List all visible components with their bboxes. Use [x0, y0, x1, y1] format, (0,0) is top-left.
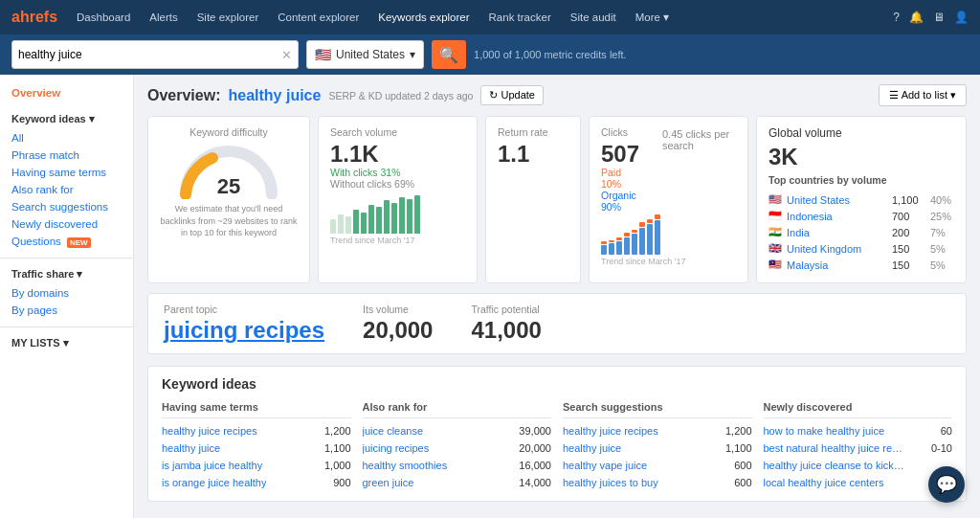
kw-link[interactable]: healthy juice [162, 442, 220, 454]
sidebar-item-having-same-terms[interactable]: Having same terms [0, 164, 133, 181]
chat-button[interactable]: 💬 [928, 466, 965, 503]
sidebar-my-lists-title[interactable]: MY LISTS ▾ [0, 333, 133, 353]
country-id[interactable]: Indonesia [787, 211, 887, 222]
kw-row: healthy juice 1,100 [563, 439, 752, 457]
chat-icon: 💬 [936, 474, 957, 495]
sidebar-item-all[interactable]: All [0, 129, 133, 146]
country-in[interactable]: India [787, 227, 887, 238]
kw-vol: 14,000 [513, 477, 551, 488]
monitor-icon[interactable]: 🖥 [933, 11, 945, 24]
help-icon[interactable]: ? [893, 11, 900, 24]
sidebar-traffic-share-title[interactable]: Traffic share ▾ [0, 264, 133, 284]
vol-us: 1,100 [892, 194, 925, 206]
pct-gb: 5% [930, 243, 954, 255]
kw-link[interactable]: is orange juice healthy [162, 477, 266, 488]
nav-site-explorer[interactable]: Site explorer [189, 0, 267, 34]
search-icon: 🔍 [439, 46, 458, 64]
sidebar-item-by-pages[interactable]: By pages [0, 302, 133, 319]
sidebar-keyword-ideas-title[interactable]: Keyword ideas ▾ [0, 109, 133, 129]
sidebar-item-questions[interactable]: Questions NEW [0, 233, 133, 250]
flag-in: 🇮🇳 [768, 226, 782, 238]
sidebar-item-phrase-match[interactable]: Phrase match [0, 146, 133, 164]
kd-card: Keyword difficulty 25 We estimate that y… [147, 116, 310, 283]
sidebar-item-newly-discovered[interactable]: Newly discovered [0, 215, 133, 233]
sidebar-item-overview[interactable]: Overview [0, 84, 133, 101]
kd-value: 25 [217, 174, 240, 199]
country-gb[interactable]: United Kingdom [787, 243, 887, 255]
kw-link[interactable]: healthy juices to buy [563, 477, 658, 488]
vol-id: 700 [892, 211, 925, 222]
notification-icon[interactable]: 🔔 [909, 11, 924, 24]
clear-icon[interactable]: ✕ [281, 48, 292, 62]
kw-row: local healthy juice centers [764, 474, 953, 491]
nav-site-audit[interactable]: Site audit [563, 0, 624, 34]
clicks-card: Clicks 507 Paid 10% Organic 90% 0.45 cli… [589, 116, 748, 283]
parent-topic-value[interactable]: juicing recipes [164, 317, 324, 344]
kw-link[interactable]: healthy juice cleanse to kick… [764, 460, 904, 471]
kw-link[interactable]: green juice [363, 477, 414, 488]
nav-alerts[interactable]: Alerts [142, 0, 185, 34]
chevron-down-icon: ▾ [410, 48, 415, 61]
kw-row: juicing recipes 20,000 [363, 439, 552, 457]
vol-gb: 150 [892, 243, 925, 255]
kw-row: is orange juice healthy 900 [162, 474, 351, 491]
sidebar-item-search-suggestions[interactable]: Search suggestions [0, 198, 133, 215]
kw-link[interactable]: healthy juice recipes [162, 425, 257, 437]
kw-link[interactable]: juice cleanse [363, 425, 424, 437]
kw-link[interactable]: juicing recipes [363, 442, 430, 454]
country-my[interactable]: Malaysia [787, 259, 887, 271]
kw-vol: 39,000 [513, 425, 551, 437]
clicks-chart [601, 216, 736, 255]
credits-text: 1,000 of 1,000 metric credits left. [474, 49, 627, 60]
user-icon[interactable]: 👤 [954, 11, 969, 24]
overview-keyword: healthy juice [228, 87, 321, 104]
nav-icons: ? 🔔 🖥 👤 [893, 11, 969, 24]
stats-row: Keyword difficulty 25 We estimate that y… [147, 116, 967, 283]
sv-label: Search volume [330, 126, 465, 138]
overview-label: Overview: [147, 87, 220, 104]
sidebar-traffic-share-section: Traffic share ▾ By domains By pages [0, 264, 133, 319]
kw-link[interactable]: how to make healthy juice [764, 425, 885, 437]
top-countries: 🇺🇸 United States 1,100 40% 🇮🇩 Indonesia … [768, 191, 954, 273]
country-row-1: 🇮🇩 Indonesia 700 25% [768, 208, 954, 224]
country-row-3: 🇬🇧 United Kingdom 150 5% [768, 240, 954, 257]
flag-gb: 🇬🇧 [768, 242, 782, 255]
return-rate-card: Return rate 1.1 [485, 116, 581, 283]
sidebar-overview-section: Overview [0, 84, 133, 101]
search-button[interactable]: 🔍 [432, 40, 466, 69]
search-volume-card: Search volume 1.1K With clicks 31% Witho… [318, 116, 478, 283]
kw-link[interactable]: is jamba juice healthy [162, 460, 262, 471]
add-to-list-button[interactable]: ☰ Add to list ▾ [879, 84, 967, 106]
sidebar: Overview Keyword ideas ▾ All Phrase matc… [0, 75, 134, 518]
rr-label: Return rate [498, 126, 568, 138]
gv-label: Global volume [768, 126, 954, 140]
nav-keywords-explorer[interactable]: Keywords explorer [370, 0, 477, 34]
kw-link[interactable]: local healthy juice centers [764, 477, 884, 488]
traffic-potential-label: Traffic potential [471, 304, 541, 315]
gv-value: 3K [768, 144, 954, 170]
flag-id: 🇮🇩 [768, 210, 782, 222]
country-row-2: 🇮🇳 India 200 7% [768, 224, 954, 240]
country-row-0: 🇺🇸 United States 1,100 40% [768, 191, 954, 208]
kw-link[interactable]: healthy vape juice [563, 460, 647, 471]
search-input[interactable] [18, 48, 281, 61]
update-button[interactable]: ↻ Update [480, 85, 544, 105]
kw-col-newly-discovered: Newly discovered how to make healthy jui… [764, 401, 953, 491]
sidebar-item-by-domains[interactable]: By domains [0, 284, 133, 302]
nav-more[interactable]: More ▾ [628, 0, 677, 34]
kw-link[interactable]: healthy juice recipes [563, 425, 658, 437]
nav-dashboard[interactable]: Dashboard [69, 0, 138, 34]
kw-link[interactable]: healthy smoothies [363, 460, 448, 471]
keyword-ideas-section: Keyword ideas Having same terms healthy … [147, 366, 967, 502]
country-selector[interactable]: 🇺🇸 United States ▾ [306, 40, 424, 69]
kw-ideas-grid: Having same terms healthy juice recipes … [162, 401, 952, 491]
parent-topic-cell: Parent topic juicing recipes [164, 304, 324, 344]
country-us[interactable]: United States [787, 194, 887, 206]
new-badge: NEW [67, 237, 91, 248]
nav-rank-tracker[interactable]: Rank tracker [481, 0, 559, 34]
search-bar: ✕ 🇺🇸 United States ▾ 🔍 1,000 of 1,000 me… [0, 34, 980, 75]
kw-link[interactable]: healthy juice [563, 442, 621, 454]
sidebar-item-also-rank-for[interactable]: Also rank for [0, 181, 133, 198]
kw-link[interactable]: best natural healthy juice rec… [764, 442, 905, 454]
nav-content-explorer[interactable]: Content explorer [270, 0, 367, 34]
